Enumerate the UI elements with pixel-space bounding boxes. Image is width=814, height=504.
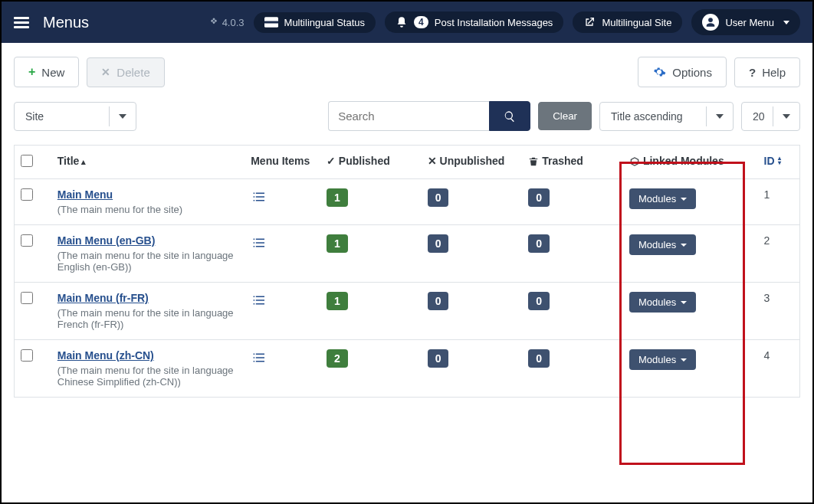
- trashed-count[interactable]: 0: [528, 188, 550, 207]
- menu-description: (The main menu for the site in language …: [57, 250, 238, 273]
- table-header-row: Title Menu Items Published Unpublished T…: [15, 146, 800, 179]
- lang-icon: [264, 17, 278, 28]
- client-select[interactable]: Site: [14, 102, 136, 131]
- pagesize-select[interactable]: 20: [741, 102, 800, 131]
- col-trashed: Trashed: [522, 146, 623, 179]
- topbar: Menus 4.0.3 Multilingual Status 4 Post I…: [2, 2, 812, 43]
- gear-icon: [652, 65, 666, 79]
- row-id: 1: [758, 179, 800, 225]
- list-icon[interactable]: [251, 234, 266, 250]
- joomla-icon: [208, 17, 219, 28]
- unpublished-count[interactable]: 0: [428, 349, 449, 368]
- search-input[interactable]: [328, 101, 489, 131]
- modules-dropdown[interactable]: Modules: [629, 234, 696, 255]
- modules-dropdown[interactable]: Modules: [629, 292, 696, 313]
- menu-title-link[interactable]: Main Menu (fr-FR): [57, 292, 149, 304]
- joomla-version[interactable]: 4.0.3: [208, 17, 245, 28]
- row-id: 4: [758, 340, 800, 398]
- unpublished-count[interactable]: 0: [428, 188, 449, 207]
- bell-icon: [396, 16, 408, 28]
- new-button[interactable]: + New: [14, 57, 79, 87]
- col-title[interactable]: Title: [51, 146, 245, 179]
- table-row: Main Menu (en-GB) (The main menu for the…: [15, 225, 800, 283]
- sort-arrows-icon: [778, 156, 781, 165]
- chevron-down-icon: [773, 106, 799, 126]
- search-icon: [504, 110, 516, 123]
- modules-dropdown[interactable]: Modules: [629, 349, 696, 370]
- menu-description: (The main menu for the site): [57, 204, 238, 215]
- trashed-count[interactable]: 0: [528, 349, 550, 368]
- pill-multilingual-site[interactable]: Multilingual Site: [573, 11, 682, 33]
- menu-description: (The main menu for the site in language …: [57, 307, 238, 330]
- published-count[interactable]: 1: [327, 188, 348, 207]
- page-title: Menus: [43, 14, 89, 31]
- user-avatar-icon: [702, 14, 719, 31]
- col-unpublished: Unpublished: [422, 146, 523, 179]
- list-icon[interactable]: [251, 349, 266, 365]
- svg-rect-1: [264, 21, 278, 24]
- col-id[interactable]: ID: [758, 146, 800, 179]
- sort-select[interactable]: Title ascending: [599, 102, 734, 131]
- options-button[interactable]: Options: [638, 57, 727, 87]
- row-checkbox[interactable]: [21, 234, 33, 247]
- unpublished-count[interactable]: 0: [428, 234, 449, 253]
- row-id: 3: [758, 283, 800, 340]
- published-count[interactable]: 1: [327, 292, 348, 310]
- clear-button[interactable]: Clear: [538, 102, 592, 130]
- delete-button[interactable]: ✕ Delete: [87, 57, 164, 87]
- menu-title-link[interactable]: Main Menu: [57, 188, 113, 201]
- post-install-count: 4: [414, 16, 428, 28]
- plus-icon: +: [28, 65, 35, 79]
- external-link-icon: [583, 16, 596, 28]
- table-row: Main Menu (zh-CN) (The main menu for the…: [15, 340, 800, 398]
- col-check: [15, 146, 51, 179]
- chevron-down-icon: [706, 106, 733, 126]
- toolbar: + New ✕ Delete Options ? Help: [2, 43, 812, 101]
- pill-post-install[interactable]: 4 Post Installation Messages: [385, 11, 563, 33]
- trash-icon: [528, 156, 539, 167]
- published-count[interactable]: 1: [327, 234, 348, 253]
- table-wrap: Title Menu Items Published Unpublished T…: [2, 145, 812, 410]
- pill-multilingual-status[interactable]: Multilingual Status: [254, 12, 376, 33]
- pill-user-menu[interactable]: User Menu: [691, 9, 800, 35]
- col-linked-modules: Linked Modules: [623, 146, 758, 179]
- x-icon: [428, 155, 437, 167]
- search-group: [328, 101, 530, 131]
- row-checkbox[interactable]: [21, 292, 33, 304]
- trashed-count[interactable]: 0: [528, 234, 550, 253]
- table-row: Main Menu (The main menu for the site) 1…: [15, 179, 800, 225]
- trashed-count[interactable]: 0: [528, 292, 550, 310]
- menu-title-link[interactable]: Main Menu (en-GB): [57, 234, 156, 247]
- help-button[interactable]: ? Help: [734, 57, 800, 87]
- cube-icon: [629, 156, 640, 167]
- table-row: Main Menu (fr-FR) (The main menu for the…: [15, 283, 800, 340]
- list-icon[interactable]: [251, 292, 266, 307]
- x-icon: ✕: [101, 66, 110, 78]
- list-icon[interactable]: [251, 188, 266, 204]
- menu-title-link[interactable]: Main Menu (zh-CN): [57, 349, 154, 362]
- check-icon: [327, 155, 336, 167]
- chevron-down-icon: [109, 106, 136, 126]
- row-checkbox[interactable]: [21, 188, 33, 201]
- hamburger-icon[interactable]: [14, 17, 29, 28]
- row-id: 2: [758, 225, 800, 283]
- filter-bar: Site Clear Title ascending 20: [2, 101, 812, 145]
- unpublished-count[interactable]: 0: [428, 292, 449, 310]
- search-button[interactable]: [489, 101, 530, 131]
- select-all-checkbox[interactable]: [21, 155, 33, 167]
- col-published: Published: [320, 146, 422, 179]
- row-checkbox[interactable]: [21, 349, 33, 362]
- menu-description: (The main menu for the site in language …: [57, 365, 238, 388]
- menus-table: Title Menu Items Published Unpublished T…: [14, 145, 800, 398]
- col-menu-items: Menu Items: [245, 146, 320, 179]
- published-count[interactable]: 2: [327, 349, 348, 368]
- chevron-down-icon: [783, 21, 789, 25]
- question-icon: ?: [749, 66, 756, 79]
- modules-dropdown[interactable]: Modules: [629, 188, 696, 209]
